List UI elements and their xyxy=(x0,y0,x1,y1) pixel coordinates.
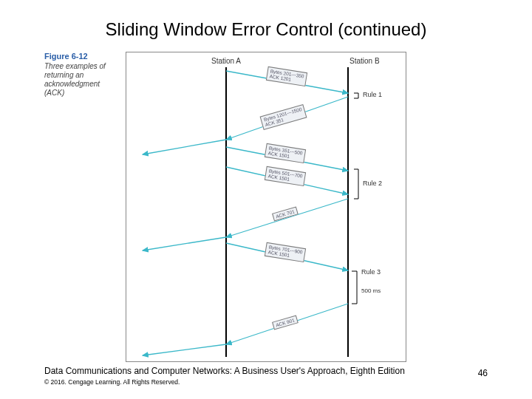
timer-label: 500 ms xyxy=(361,287,381,294)
rule-label: Rule 3 xyxy=(361,268,381,276)
sequence-diagram xyxy=(126,52,407,363)
svg-line-4 xyxy=(143,140,226,154)
book-title: Data Communications and Computer Network… xyxy=(44,366,405,376)
svg-line-11 xyxy=(143,344,226,355)
page-number: 46 xyxy=(478,368,488,378)
figure-caption: Three examples of returning an acknowled… xyxy=(44,62,118,98)
rule-label: Rule 1 xyxy=(363,91,382,98)
svg-line-8 xyxy=(143,237,226,250)
page-title: Sliding Window Error Control (continued) xyxy=(0,0,532,43)
svg-line-7 xyxy=(226,199,348,237)
figure-number: Figure 6-12 xyxy=(44,52,88,61)
figure-area: Figure 6-12 Three examples of returning … xyxy=(44,52,488,362)
diagram-frame: Station A Station B xyxy=(126,52,406,362)
rule-label: Rule 2 xyxy=(363,180,382,187)
copyright: © 2016. Cengage Learning. All Rights Res… xyxy=(44,378,488,386)
footer: Data Communications and Computer Network… xyxy=(44,364,488,386)
